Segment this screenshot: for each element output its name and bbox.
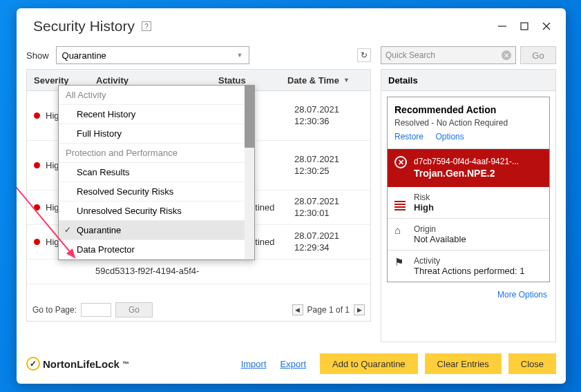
svg-rect-1 — [521, 23, 528, 30]
origin-icon: ⌂ — [394, 224, 407, 236]
dropdown-item-full-history[interactable]: Full History — [59, 124, 254, 144]
origin-label: Origin — [414, 224, 466, 234]
page-indicator: Page 1 of 1 — [307, 305, 350, 315]
footer: ✓ NortonLifeLock ™ Import Export Add to … — [17, 348, 566, 384]
table-row[interactable]: 59cd5313-f92f-4194-a5f4- — [27, 259, 370, 284]
dropdown-item-scan-results[interactable]: Scan Results — [59, 163, 254, 182]
activity-icon: ⚑ — [394, 256, 407, 268]
filter-dropdown-menu: All Activity Recent History Full History… — [58, 85, 255, 260]
help-button[interactable]: ? — [142, 21, 151, 31]
goto-label: Go to Page: — [32, 305, 77, 315]
origin-value: Not Available — [414, 234, 466, 244]
dropdown-item-unresolved-risks[interactable]: Unresolved Security Risks — [59, 202, 254, 221]
options-link[interactable]: Options — [435, 132, 464, 141]
filter-selected: Quarantine — [62, 50, 106, 61]
severity-dot-icon — [34, 204, 40, 210]
check-icon: ✓ — [26, 357, 40, 371]
recommended-sub: Resolved - No Action Required — [394, 118, 542, 128]
activity-value: Threat Actions performed: 1 — [414, 266, 524, 276]
dropdown-item-resolved-risks[interactable]: Resolved Security Risks — [59, 182, 254, 202]
search-input[interactable]: Quick Search ✕ — [381, 46, 516, 64]
add-quarantine-button[interactable]: Add to Quarantine — [320, 353, 418, 374]
security-history-window: Security History ? Show Quarantine ▼ ↻ S… — [17, 8, 566, 384]
col-status[interactable]: Status — [218, 75, 287, 86]
recommended-title: Recommended Action — [394, 104, 542, 115]
trademark-icon: ™ — [122, 360, 129, 368]
clear-search-icon[interactable]: ✕ — [502, 50, 511, 60]
severity-dot-icon — [34, 239, 40, 245]
activity-label: Activity — [414, 256, 524, 266]
details-body: Recommended Action Resolved - No Action … — [381, 91, 556, 342]
details-header: Details — [381, 69, 556, 91]
dropdown-item-quarantine[interactable]: Quarantine — [59, 221, 254, 240]
chevron-down-icon: ▼ — [237, 52, 243, 59]
page-title: Security History — [33, 18, 135, 35]
filter-label: Show — [26, 50, 49, 61]
brand-logo: ✓ NortonLifeLock ™ — [26, 357, 129, 371]
restore-link[interactable]: Restore — [394, 132, 423, 141]
close-button[interactable] — [541, 21, 552, 32]
threat-hash: d7cb7594-0f4d-4aaf-9421-... — [414, 156, 519, 167]
col-severity[interactable]: Severity — [27, 75, 96, 86]
pager: Go to Page: Go ◀ Page 1 of 1 ▶ — [26, 298, 371, 322]
filter-dropdown[interactable]: Quarantine ▼ — [56, 46, 249, 64]
left-panel: Show Quarantine ▼ ↻ Severity Activity St… — [26, 41, 371, 342]
dropdown-group: All Activity — [59, 86, 254, 105]
dropdown-item-data-protector[interactable]: Data Protector — [59, 240, 254, 259]
goto-input[interactable] — [81, 303, 111, 317]
risk-value: High — [414, 202, 434, 213]
col-activity[interactable]: Activity — [96, 75, 218, 86]
goto-button[interactable]: Go — [115, 302, 153, 317]
dropdown-item-recent-history[interactable]: Recent History — [59, 105, 254, 124]
dropdown-scrollbar[interactable] — [245, 86, 254, 259]
search-placeholder: Quick Search — [385, 50, 435, 60]
dropdown-group: Protection and Performance — [59, 144, 254, 163]
right-panel: Quick Search ✕ Go Details Recommended Ac… — [381, 41, 556, 342]
threat-name: Trojan.Gen.NPE.2 — [414, 167, 519, 180]
threat-alert: ✕ d7cb7594-0f4d-4aaf-9421-... Trojan.Gen… — [388, 149, 549, 187]
prev-page-button[interactable]: ◀ — [292, 304, 303, 315]
maximize-button[interactable] — [519, 21, 530, 32]
minimize-button[interactable] — [497, 21, 508, 32]
severity-dot-icon — [34, 162, 40, 168]
more-options-link[interactable]: More Options — [497, 290, 547, 300]
sort-desc-icon: ▼ — [343, 77, 350, 84]
refresh-button[interactable]: ↻ — [357, 48, 371, 62]
export-link[interactable]: Export — [280, 359, 307, 369]
titlebar: Security History ? — [17, 8, 566, 41]
risk-icon — [394, 193, 407, 210]
import-link[interactable]: Import — [241, 359, 267, 369]
search-go-button[interactable]: Go — [520, 46, 556, 64]
threat-x-icon: ✕ — [394, 156, 407, 168]
risk-label: Risk — [414, 193, 434, 202]
clear-entries-button[interactable]: Clear Entries — [425, 353, 502, 374]
col-date[interactable]: Date & Time▼ — [287, 75, 370, 86]
next-page-button[interactable]: ▶ — [354, 304, 365, 315]
severity-dot-icon — [34, 112, 40, 119]
close-footer-button[interactable]: Close — [508, 353, 556, 374]
